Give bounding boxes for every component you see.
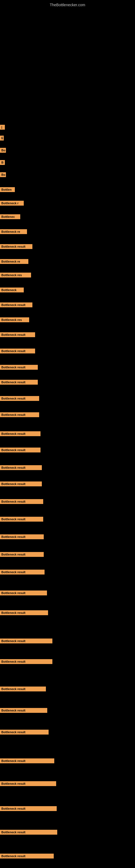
site-title: TheBottlenecker.com — [0, 0, 135, 8]
bar-item: E — [0, 135, 4, 141]
bar-item: Bottleneck res — [0, 317, 29, 322]
bar-label-12: Bottleneck res — [0, 273, 31, 278]
bar-item: Bottleneck result — [0, 686, 46, 691]
bar-label-7: Bottleneck r — [0, 201, 24, 206]
bar-item: Bottleneck res — [0, 273, 31, 278]
bar-item: Bottleneck result — [0, 499, 43, 504]
bar-item: B — [0, 160, 5, 165]
bar-item: Bottleneck re — [0, 229, 27, 234]
bar-label-16: Bottleneck result — [0, 332, 35, 337]
bar-item: Bottleneck result — [0, 412, 39, 417]
bar-label-23: Bottleneck result — [0, 447, 41, 453]
bar-label-10: Bottleneck result — [0, 244, 32, 249]
bar-label-35: Bottleneck result — [0, 686, 46, 691]
bar-label-19: Bottleneck result — [0, 380, 38, 384]
bar-label-33: Bottleneck result — [0, 639, 52, 643]
bar-item: Bottleneck result — [0, 380, 38, 384]
bar-item: Bottleneck result — [0, 332, 35, 337]
bar-label-36: Bottleneck result — [0, 708, 47, 713]
bar-item: Bottleneck result — [0, 610, 48, 615]
bar-label-15: Bottleneck res — [0, 317, 29, 322]
bar-item: Bottleneck result — [0, 830, 57, 835]
bar-label-26: Bottleneck result — [0, 499, 43, 504]
bar-label-40: Bottleneck result — [0, 806, 57, 811]
bar-item: Bottleneck result — [0, 482, 42, 486]
bar-item: Bottleneck result — [0, 244, 32, 249]
bar-label-30: Bottleneck result — [0, 569, 45, 575]
bar-label-22: Bottleneck result — [0, 431, 41, 436]
bar-item: Bottleneck result — [0, 517, 43, 522]
bar-item: Bottleneck result — [0, 348, 35, 353]
bar-label-13: Bottleneck — [0, 287, 24, 292]
bar-label-28: Bottleneck result — [0, 534, 44, 539]
bar-label-20: Bottleneck result — [0, 396, 39, 401]
bar-label-31: Bottleneck result — [0, 590, 47, 595]
bar-item: Bottleneck r — [0, 201, 24, 206]
bar-label-2: E — [0, 135, 4, 141]
bar-label-9: Bottleneck re — [0, 229, 27, 234]
bar-item: Bottlenec — [0, 214, 20, 219]
bar-label-8: Bottlenec — [0, 214, 20, 219]
bar-label-17: Bottleneck result — [0, 348, 35, 353]
bar-item: Bottleneck result — [0, 781, 56, 786]
bar-label-6: Bottlen — [0, 187, 15, 192]
bar-item: Bottleneck result — [0, 534, 44, 539]
bar-label-14: Bottleneck result — [0, 303, 32, 307]
bar-label-4: B — [0, 160, 5, 165]
bar-item: Bottleneck result — [0, 465, 42, 470]
bar-item: Bottleneck result — [0, 365, 38, 370]
bar-label-38: Bottleneck result — [0, 758, 54, 763]
bar-label-25: Bottleneck result — [0, 482, 42, 486]
bar-item: Bottleneck result — [0, 569, 45, 575]
bar-label-29: Bottleneck result — [0, 552, 44, 557]
bar-item: Bottleneck result — [0, 396, 39, 401]
bar-item: | — [0, 125, 5, 130]
bar-item: Bottleneck result — [0, 639, 52, 643]
bar-label-37: Bottleneck result — [0, 730, 49, 735]
bar-item: Bottleneck result — [0, 854, 54, 859]
bar-item: Bottleneck result — [0, 758, 54, 763]
bar-label-32: Bottleneck result — [0, 610, 48, 615]
bar-label-21: Bottleneck result — [0, 412, 39, 417]
bar-label-41: Bottleneck result — [0, 830, 57, 835]
bar-label-5: Bo — [0, 172, 6, 177]
bar-item: Bottleneck result — [0, 659, 52, 664]
bar-item: Bottleneck result — [0, 590, 47, 595]
bar-label-18: Bottleneck result — [0, 365, 38, 370]
bar-label-11: Bottleneck re — [0, 259, 28, 264]
bar-label-34: Bottleneck result — [0, 659, 52, 664]
bar-item: Bottleneck result — [0, 552, 44, 557]
bar-label-42: Bottleneck result — [0, 854, 54, 859]
bar-item: Bottleneck result — [0, 447, 41, 453]
bar-item: Bottleneck result — [0, 303, 32, 307]
bar-item: Bottleneck result — [0, 708, 47, 713]
bar-item: Bo — [0, 172, 6, 177]
bar-label-1: | — [0, 125, 5, 130]
bar-item: Bottleneck result — [0, 730, 49, 735]
bar-item: Bottlen — [0, 187, 15, 192]
bar-item: Bottleneck result — [0, 806, 57, 811]
bar-label-24: Bottleneck result — [0, 465, 42, 470]
bar-item: Bo — [0, 148, 6, 153]
bar-label-3: Bo — [0, 148, 6, 153]
bar-item: Bottleneck re — [0, 259, 28, 264]
bar-label-27: Bottleneck result — [0, 517, 43, 522]
bar-label-39: Bottleneck result — [0, 781, 56, 786]
bar-item: Bottleneck result — [0, 431, 41, 436]
bar-item: Bottleneck — [0, 287, 24, 292]
